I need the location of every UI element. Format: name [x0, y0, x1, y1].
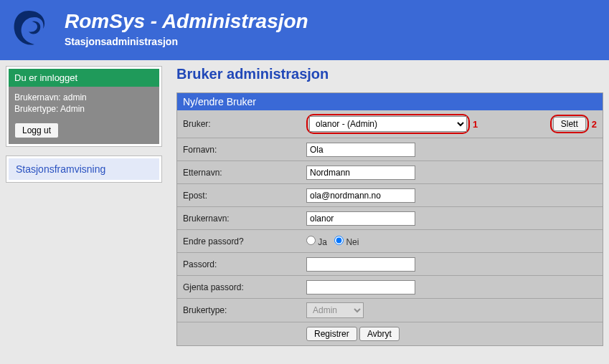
radio-ja[interactable]: [306, 236, 316, 245]
passord-input[interactable]: [306, 257, 415, 272]
label-passord: Passord:: [183, 259, 306, 269]
app-header: RomSys - Administrasjon Stasjonsadminist…: [0, 0, 609, 60]
annotation-2: 2: [592, 119, 597, 130]
login-status-title: Du er innlogget: [9, 69, 159, 87]
avbryt-button[interactable]: Avbryt: [359, 327, 400, 341]
slett-button[interactable]: Slett: [553, 117, 586, 131]
annotation-highlight-1: olanor - (Admin): [306, 114, 470, 134]
label-brukertype: Brukertype:: [183, 305, 306, 315]
label-fornavn: Fornavn:: [183, 145, 306, 155]
label-bruker: Bruker:: [183, 119, 306, 129]
user-form: Ny/endre Bruker Bruker: olanor - (Admin)…: [176, 92, 603, 346]
label-etternavn: Etternavn:: [183, 168, 306, 178]
login-panel: Du er innlogget Brukernavn: admin Bruker…: [6, 66, 162, 147]
label-endre-passord: Endre passord?: [183, 236, 306, 246]
label-brukernavn: Brukernavn:: [183, 214, 306, 224]
form-title: Ny/endre Bruker: [177, 93, 603, 110]
annotation-1: 1: [473, 119, 478, 130]
gjenta-passord-input[interactable]: [306, 280, 415, 294]
fornavn-input[interactable]: [306, 143, 415, 157]
label-epost: Epost:: [183, 191, 306, 201]
logout-button[interactable]: Logg ut: [14, 123, 59, 138]
page-title: Bruker administrasjon: [176, 66, 603, 82]
epost-input[interactable]: [306, 188, 415, 203]
radio-nei[interactable]: [334, 236, 344, 245]
registrer-button[interactable]: Registrer: [306, 327, 357, 341]
annotation-highlight-2: Slett: [550, 115, 589, 133]
app-logo: [7, 7, 50, 50]
nav-stasjonsframvisning[interactable]: Stasjonsframvisning: [9, 158, 159, 180]
login-usertype: Brukertype: Admin: [14, 104, 154, 114]
etternavn-input[interactable]: [306, 166, 415, 180]
nav-panel: Stasjonsframvisning: [6, 155, 162, 183]
login-username: Brukernavn: admin: [14, 92, 154, 102]
radio-nei-label[interactable]: Nei: [334, 236, 359, 247]
radio-ja-label[interactable]: Ja: [306, 236, 327, 247]
app-subtitle: Stasjonsadministrasjon: [65, 36, 308, 47]
label-gjenta-passord: Gjenta passord:: [183, 282, 306, 292]
brukernavn-input[interactable]: [306, 211, 415, 226]
bruker-select[interactable]: olanor - (Admin): [309, 116, 467, 132]
app-title: RomSys - Administrasjon: [65, 10, 308, 33]
brukertype-select: Admin: [306, 302, 364, 318]
